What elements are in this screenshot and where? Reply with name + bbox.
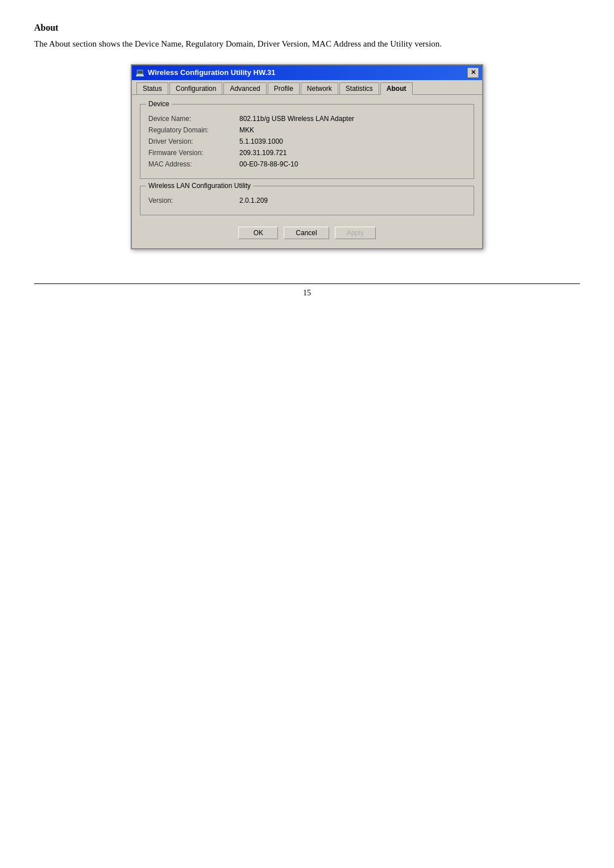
page-number: 15	[34, 283, 580, 298]
tab-advanced[interactable]: Advanced	[223, 82, 266, 94]
window-icon: 💻	[135, 68, 144, 77]
device-name-label: Device Name:	[148, 115, 239, 123]
window-title: Wireless Configuration Utility HW.31	[148, 68, 276, 77]
tabs-bar: Status Configuration Advanced Profile Ne…	[132, 80, 482, 95]
regulatory-domain-label: Regulatory Domain:	[148, 126, 239, 134]
tab-profile[interactable]: Profile	[268, 82, 300, 94]
window-body: Device Device Name: 802.11b/g USB Wirele…	[132, 95, 482, 248]
tab-about[interactable]: About	[380, 82, 413, 95]
regulatory-domain-value: MKK	[239, 126, 254, 134]
utility-version-row: Version: 2.0.1.209	[148, 197, 466, 205]
utility-groupbox: Wireless LAN Configuration Utility Versi…	[140, 186, 474, 215]
mac-address-value: 00-E0-78-88-9C-10	[239, 160, 298, 168]
ok-button[interactable]: OK	[238, 227, 278, 239]
tab-statistics[interactable]: Statistics	[339, 82, 379, 94]
utility-version-value: 2.0.1.209	[239, 197, 268, 205]
mac-address-label: MAC Address:	[148, 160, 239, 168]
firmware-version-label: Firmware Version:	[148, 149, 239, 157]
driver-version-label: Driver Version:	[148, 137, 239, 145]
tab-status[interactable]: Status	[136, 82, 168, 94]
utility-version-label: Version:	[148, 197, 239, 205]
firmware-version-value: 209.31.109.721	[239, 149, 287, 157]
tab-network[interactable]: Network	[301, 82, 338, 94]
device-name-row: Device Name: 802.11b/g USB Wireless LAN …	[148, 115, 466, 123]
close-button[interactable]: ✕	[467, 68, 479, 78]
driver-version-row: Driver Version: 5.1.1039.1000	[148, 137, 466, 145]
device-groupbox: Device Device Name: 802.11b/g USB Wirele…	[140, 104, 474, 179]
device-name-value: 802.11b/g USB Wireless LAN Adapter	[239, 115, 354, 123]
button-row: OK Cancel Apply	[140, 222, 474, 241]
apply-button[interactable]: Apply	[335, 227, 376, 239]
cancel-button[interactable]: Cancel	[284, 227, 329, 239]
firmware-version-row: Firmware Version: 209.31.109.721	[148, 149, 466, 157]
window-titlebar: 💻 Wireless Configuration Utility HW.31 ✕	[132, 65, 482, 80]
window: 💻 Wireless Configuration Utility HW.31 ✕…	[131, 64, 483, 249]
page-description: The About section shows the Device Name,…	[34, 37, 580, 51]
tab-configuration[interactable]: Configuration	[169, 82, 222, 94]
driver-version-value: 5.1.1039.1000	[239, 137, 283, 145]
device-groupbox-title: Device	[146, 100, 172, 108]
regulatory-domain-row: Regulatory Domain: MKK	[148, 126, 466, 134]
utility-groupbox-title: Wireless LAN Configuration Utility	[146, 182, 253, 190]
mac-address-row: MAC Address: 00-E0-78-88-9C-10	[148, 160, 466, 168]
page-heading: About	[34, 23, 580, 33]
